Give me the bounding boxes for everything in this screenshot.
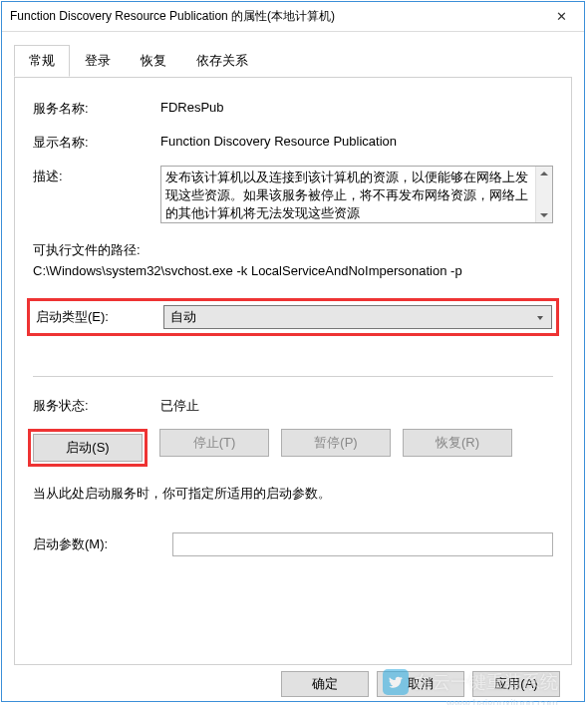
description-text: 发布该计算机以及连接到该计算机的资源，以便能够在网络上发现这些资源。如果该服务被… [165,169,548,222]
tab-panel-general: 服务名称: FDResPub 显示名称: Function Discovery … [14,77,572,665]
exe-path-label: 可执行文件的路径: [33,241,553,259]
display-name-value: Function Discovery Resource Publication [160,132,553,149]
divider [33,376,553,377]
service-name-value: FDResPub [160,98,553,115]
service-name-label: 服务名称: [33,98,160,118]
description-textarea[interactable]: 发布该计算机以及连接到该计算机的资源，以便能够在网络上发现这些资源。如果该服务被… [160,166,553,223]
watermark-url: www.baiyunxitong.com [446,697,558,705]
resume-button: 恢复(R) [403,429,512,457]
titlebar[interactable]: Function Discovery Resource Publication … [2,2,584,32]
startup-type-label: 启动类型(E): [34,308,163,326]
properties-window: Function Discovery Resource Publication … [1,1,585,702]
start-params-label: 启动参数(M): [33,535,172,553]
description-label: 描述: [33,166,160,185]
tabs: 常规 登录 恢复 依存关系 [14,45,572,78]
close-button[interactable]: ✕ [539,2,584,31]
pause-button: 暂停(P) [281,429,391,457]
startup-type-value: 自动 [170,308,196,326]
cancel-button[interactable]: 取消 [377,671,464,697]
tab-logon[interactable]: 登录 [70,45,126,77]
start-button[interactable]: 启动(S) [33,434,143,462]
startup-type-combobox[interactable]: 自动 [163,305,552,329]
tab-recovery[interactable]: 恢复 [126,45,181,77]
close-icon: ✕ [556,9,567,24]
tab-dependencies[interactable]: 依存关系 [181,45,263,77]
start-params-input[interactable] [172,532,553,556]
tab-general[interactable]: 常规 [14,45,70,77]
dialog-footer: 确定 取消 应用(A) [14,665,572,697]
startup-type-highlight: 启动类型(E): 自动 [27,298,559,336]
exe-path-value: C:\Windows\system32\svchost.exe -k Local… [33,263,553,278]
service-status-value: 已停止 [160,395,553,415]
stop-button: 停止(T) [159,429,269,457]
window-title: Function Discovery Resource Publication … [10,8,539,25]
start-params-hint: 当从此处启动服务时，你可指定所适用的启动参数。 [33,485,553,503]
apply-button[interactable]: 应用(A) [472,671,560,697]
display-name-label: 显示名称: [33,132,160,152]
start-button-highlight: 启动(S) [28,429,147,467]
scrollbar[interactable] [535,167,552,222]
ok-button[interactable]: 确定 [281,671,369,697]
service-status-label: 服务状态: [33,395,160,415]
